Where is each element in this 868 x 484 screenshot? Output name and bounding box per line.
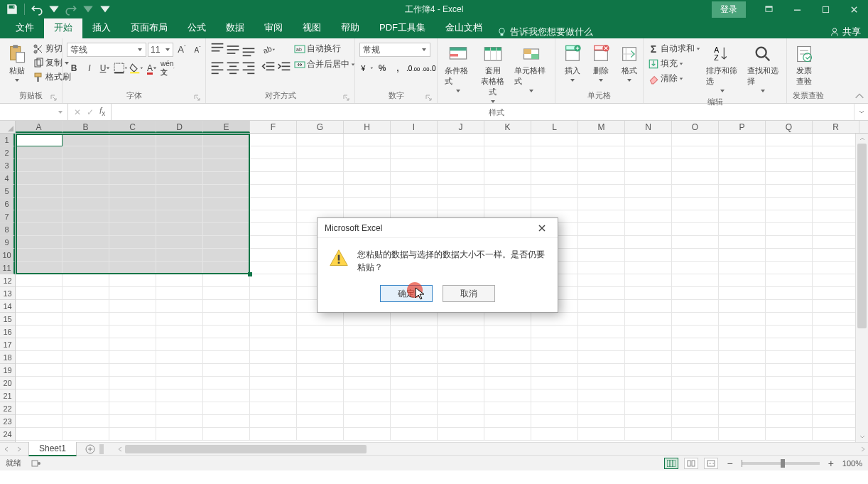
dialog-message: 您粘贴的数据与选择的数据大小不一样。是否仍要粘贴？ (357, 248, 546, 274)
dialog-ok-button[interactable]: 确定 (380, 285, 433, 302)
dialog-close-button[interactable] (533, 220, 550, 237)
svg-rect-90 (338, 255, 340, 261)
dialog-cancel-button[interactable]: 取消 (443, 285, 495, 302)
dialog-title: Microsoft Excel (325, 223, 382, 233)
paste-warning-dialog: Microsoft Excel 您粘贴的数据与选择的数据大小不一样。是否仍要粘贴… (317, 217, 558, 313)
modal-overlay: Microsoft Excel 您粘贴的数据与选择的数据大小不一样。是否仍要粘贴… (0, 0, 868, 484)
warning-icon (329, 248, 349, 268)
svg-rect-91 (338, 262, 340, 264)
